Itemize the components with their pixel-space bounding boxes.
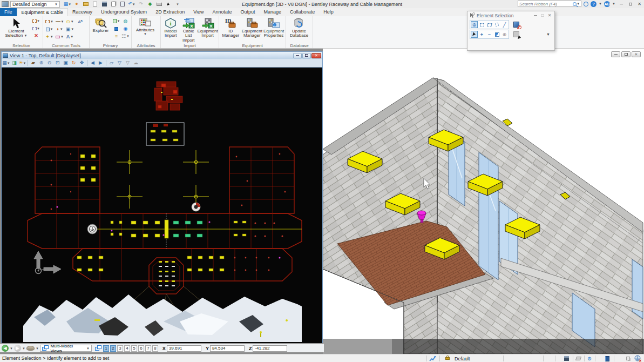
cable-list-import-button[interactable]: X Cable List Import bbox=[180, 17, 198, 43]
elevation-marker[interactable] bbox=[87, 224, 97, 234]
y-coordinate-field[interactable]: 84.534 bbox=[210, 345, 245, 352]
mode-invert-icon[interactable] bbox=[493, 31, 500, 38]
pin-icon[interactable]: ◆ bbox=[147, 1, 153, 7]
select-individual-icon[interactable]: ⊕ bbox=[471, 21, 478, 28]
tab-manage[interactable]: Manage bbox=[260, 8, 286, 16]
raster-icon[interactable]: ◉ bbox=[121, 25, 130, 32]
view-1-maximize-button[interactable] bbox=[302, 53, 311, 58]
cells-icon[interactable]: ▣▼ bbox=[65, 25, 75, 33]
close-window-button[interactable]: ✕ bbox=[636, 1, 643, 7]
view-1-minimize-button[interactable] bbox=[293, 53, 302, 58]
text-tool-icon[interactable]: A▼ bbox=[65, 33, 75, 41]
view-toggle-8[interactable]: 8 bbox=[152, 345, 158, 352]
save-settings-icon[interactable] bbox=[110, 1, 117, 7]
view-previous-icon[interactable]: ◀ bbox=[89, 60, 96, 66]
references-icon[interactable] bbox=[112, 25, 121, 32]
chevron-down-icon[interactable]: ▼ bbox=[612, 2, 615, 5]
back-button[interactable]: ◀ bbox=[2, 345, 9, 352]
tab-2d-extraction[interactable]: 2D Extraction bbox=[151, 8, 189, 16]
fence-tools-icon[interactable]: ▼ bbox=[32, 17, 40, 24]
dialog-minimize-button[interactable] bbox=[532, 13, 539, 18]
corridor-marker[interactable] bbox=[165, 220, 168, 238]
user-avatar[interactable]: AB bbox=[604, 1, 610, 7]
explorer-button[interactable]: Explorer bbox=[91, 17, 111, 33]
clip-volume-icon[interactable]: ▽ bbox=[116, 60, 123, 66]
forward-button[interactable]: ▶ bbox=[14, 345, 21, 352]
pointer-icon[interactable] bbox=[165, 1, 172, 7]
rectangle-tool-icon[interactable]: ▼ bbox=[55, 33, 65, 41]
markups-icon[interactable]: ☷▼ bbox=[121, 32, 130, 40]
fence-icon[interactable]: ▼ bbox=[44, 18, 55, 25]
view-1-content[interactable] bbox=[2, 67, 322, 343]
dialog-titlebar[interactable]: Element Selection ✕ bbox=[467, 11, 554, 19]
z-coordinate-field[interactable]: -41.282 bbox=[253, 345, 287, 352]
imodel-import-button[interactable]: i iModel Import bbox=[162, 17, 180, 39]
3d-model-content[interactable] bbox=[323, 49, 644, 354]
mode-new-icon[interactable] bbox=[471, 31, 478, 38]
view-3d[interactable]: ✕ bbox=[323, 49, 644, 354]
ribbon-search[interactable]: ▼ bbox=[518, 1, 581, 7]
view-close-button[interactable]: ✕ bbox=[632, 51, 641, 57]
chevron-down-icon[interactable]: ▼ bbox=[36, 347, 39, 350]
update-view-icon[interactable]: ▰ bbox=[30, 60, 37, 66]
snap-mode-icon[interactable] bbox=[429, 355, 436, 362]
minimize-window-button[interactable] bbox=[618, 1, 625, 7]
locks-icon[interactable] bbox=[444, 355, 451, 362]
wand-icon[interactable]: ✦▼ bbox=[44, 33, 55, 41]
fit-view-icon[interactable]: ▣ bbox=[62, 60, 69, 66]
view-display-mode-icon[interactable]: ▦▼ bbox=[3, 60, 10, 66]
clouds-icon[interactable]: ☁ bbox=[132, 60, 139, 66]
clear-selection-icon[interactable]: ✕ bbox=[32, 32, 40, 39]
design-history-icon[interactable] bbox=[604, 355, 611, 362]
section-marker[interactable] bbox=[192, 203, 200, 211]
chevron-down-icon[interactable]: ▼ bbox=[577, 2, 580, 5]
active-level[interactable]: Default bbox=[455, 355, 470, 362]
select-block-icon[interactable] bbox=[478, 21, 485, 28]
select-none-icon[interactable] bbox=[512, 30, 520, 38]
view-brightness-icon[interactable]: ☀▼ bbox=[19, 60, 26, 66]
select-circle-icon[interactable] bbox=[493, 21, 500, 28]
zoom-out-icon[interactable]: ⊖ bbox=[46, 60, 53, 66]
help-icon[interactable]: ? bbox=[591, 1, 596, 7]
view-group-icon[interactable] bbox=[26, 346, 35, 351]
tab-equipment-cable[interactable]: Equipment & Cable bbox=[17, 8, 69, 16]
linestyle-icon[interactable]: ▼ bbox=[55, 18, 65, 25]
restore-window-button[interactable] bbox=[627, 1, 634, 7]
clip-mask-icon[interactable]: ▽ bbox=[124, 60, 131, 66]
x-coordinate-field[interactable]: 39.691 bbox=[167, 345, 201, 352]
redo-icon[interactable]: ↷ bbox=[138, 1, 144, 7]
notifications-icon[interactable] bbox=[584, 2, 588, 6]
tab-annotate[interactable]: Annotate bbox=[208, 8, 236, 16]
save-icon[interactable] bbox=[101, 1, 107, 7]
attributes-button[interactable]: Attributes ▼ bbox=[133, 17, 158, 36]
select-all-off-icon[interactable] bbox=[512, 21, 520, 29]
print-icon[interactable] bbox=[156, 1, 162, 7]
update-database-button[interactable]: Update Database bbox=[287, 17, 311, 39]
view-toggle-5[interactable]: 5 bbox=[131, 345, 137, 352]
mode-subtract-icon[interactable]: − bbox=[486, 31, 493, 38]
view-minimize-button[interactable] bbox=[611, 51, 620, 57]
tab-file[interactable]: File bbox=[0, 8, 17, 16]
palette-icon[interactable]: ◗▼ bbox=[55, 25, 65, 33]
fence-manipulate-icon[interactable]: ▼ bbox=[32, 25, 40, 32]
chevron-down-icon[interactable]: ▼ bbox=[599, 2, 602, 5]
view-toggle-3[interactable]: 3 bbox=[117, 345, 123, 352]
compress-icon[interactable] bbox=[119, 1, 126, 7]
2d-plan-content[interactable] bbox=[2, 68, 322, 343]
pan-view-icon[interactable]: ✥ bbox=[78, 60, 85, 66]
tab-raceway[interactable]: Raceway bbox=[68, 8, 97, 16]
view-toggle-group-icon[interactable] bbox=[95, 345, 102, 351]
tab-view[interactable]: View bbox=[189, 8, 208, 16]
shape-edit-icon[interactable]: ▼ bbox=[44, 25, 55, 33]
dialog-close-button[interactable]: ✕ bbox=[546, 13, 553, 18]
open-file-icon[interactable] bbox=[83, 1, 89, 7]
equipment-manager-button[interactable]: Equipment Manager bbox=[241, 17, 263, 39]
presentation-icon[interactable]: ◨ bbox=[11, 60, 18, 66]
select-line-icon[interactable]: ╱ bbox=[501, 21, 508, 28]
equipment-import-button[interactable]: X Equipment Import bbox=[198, 17, 218, 39]
chevron-down-icon[interactable]: ▼ bbox=[10, 347, 13, 350]
id-manager-button[interactable]: ID ID Manager bbox=[220, 17, 241, 39]
view-toggle-1[interactable]: 1 bbox=[103, 345, 109, 352]
customize-toolbar-icon[interactable]: ▾ bbox=[174, 1, 181, 7]
mode-clear-icon[interactable]: ⊕ bbox=[501, 31, 508, 38]
